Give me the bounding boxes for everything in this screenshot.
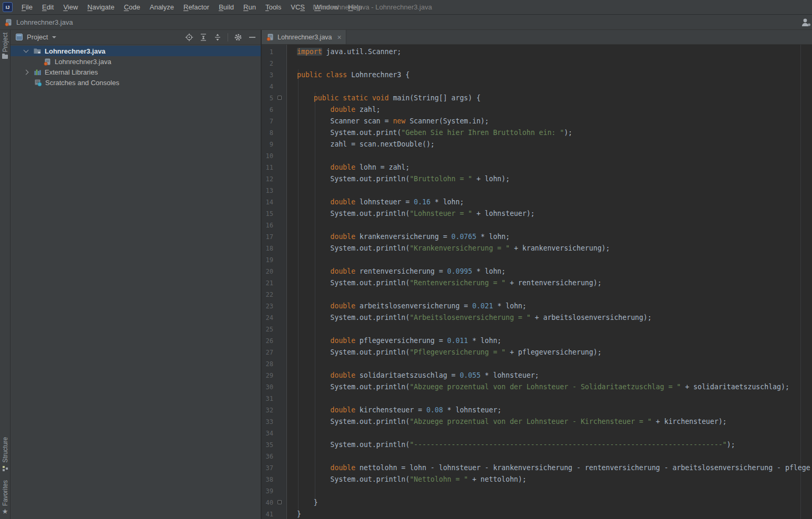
line-number[interactable]: 41 (262, 508, 273, 519)
code-line[interactable]: 25 (262, 324, 812, 335)
code-line[interactable]: 7 Scanner scan = new Scanner(System.in); (262, 116, 812, 127)
menu-navigate[interactable]: Navigate (83, 1, 119, 13)
code-line[interactable]: 10 (262, 150, 812, 162)
line-number[interactable]: 14 (262, 196, 273, 208)
code-line[interactable]: 38 System.out.println("Nettolohn = " + n… (262, 474, 812, 485)
line-number[interactable]: 19 (262, 254, 273, 266)
code-line[interactable]: 24 System.out.println("Arbeitslosenversi… (262, 312, 812, 324)
code-line[interactable]: 1import java.util.Scanner; (262, 46, 812, 58)
line-number[interactable]: 18 (262, 243, 273, 254)
code-line[interactable]: 20 double rentenversicherung = 0.0995 * … (262, 266, 812, 277)
line-number[interactable]: 5 (262, 92, 273, 104)
tree-row-external-libraries[interactable]: External Libraries (11, 67, 261, 77)
line-number[interactable]: 39 (262, 485, 273, 497)
line-number[interactable]: 12 (262, 173, 273, 185)
code-line[interactable]: 29 double solidaritaetszuschlag = 0.055 … (262, 370, 812, 381)
line-number[interactable]: 29 (262, 370, 273, 381)
line-number[interactable]: 40 (262, 497, 273, 508)
fold-marker-end[interactable] (277, 500, 282, 504)
line-number[interactable]: 4 (262, 81, 273, 92)
code-line[interactable]: 17 double krankenversicherung = 0.0765 *… (262, 231, 812, 243)
line-number[interactable]: 24 (262, 312, 273, 324)
line-number[interactable]: 37 (262, 462, 273, 474)
code-line[interactable]: 8 System.out.print("Geben Sie hier Ihren… (262, 127, 812, 139)
line-number[interactable]: 32 (262, 404, 273, 416)
code-line[interactable]: 19 (262, 254, 812, 266)
project-panel-title[interactable]: Project (27, 33, 48, 41)
tool-button-structure[interactable]: Structure (2, 437, 9, 472)
line-number[interactable]: 3 (262, 69, 273, 81)
menu-build[interactable]: Build (214, 1, 239, 13)
user-icon[interactable] (800, 18, 811, 27)
hide-panel-icon[interactable] (248, 33, 256, 41)
line-number[interactable]: 7 (262, 116, 273, 127)
line-number[interactable]: 23 (262, 300, 273, 312)
menu-analyze[interactable]: Analyze (145, 1, 179, 13)
tree-row-java-file[interactable]: Lohnrechner3.java (11, 56, 261, 67)
code-line[interactable]: 5 public static void main(String[] args)… (262, 92, 812, 104)
menu-refactor[interactable]: Refactor (179, 1, 214, 13)
close-icon[interactable]: × (337, 34, 342, 41)
menu-file[interactable]: File (17, 1, 37, 13)
line-number[interactable]: 28 (262, 358, 273, 370)
code-line[interactable]: 4 (262, 81, 812, 92)
code-line[interactable]: 34 (262, 428, 812, 439)
line-number[interactable]: 2 (262, 58, 273, 69)
menu-view[interactable]: View (58, 1, 83, 13)
code-line[interactable]: 28 (262, 358, 812, 370)
line-number[interactable]: 31 (262, 393, 273, 404)
expand-all-icon[interactable] (213, 33, 222, 41)
code-line[interactable]: 6 double zahl; (262, 104, 812, 116)
line-number[interactable]: 8 (262, 127, 273, 139)
line-number[interactable]: 17 (262, 231, 273, 243)
line-number[interactable]: 25 (262, 324, 273, 335)
menu-vcs[interactable]: VCS (286, 1, 310, 13)
tree-row-scratches[interactable]: Scratches and Consoles (11, 77, 261, 88)
menu-edit[interactable]: Edit (37, 1, 58, 13)
line-number[interactable]: 26 (262, 335, 273, 347)
code-line[interactable]: 30 System.out.println("Abzuege prozentua… (262, 381, 812, 393)
code-line[interactable]: 40 } (262, 497, 812, 508)
code-line[interactable]: 32 double kirchensteuer = 0.08 * lohnste… (262, 404, 812, 416)
code-line[interactable]: 23 double arbeitslosenversicherung = 0.0… (262, 300, 812, 312)
code-line[interactable]: 39 (262, 485, 812, 497)
tab-lohnrechner3[interactable]: Lohnrechner3.java × (262, 30, 346, 44)
line-number[interactable]: 16 (262, 220, 273, 231)
fold-marker-start[interactable] (277, 96, 282, 100)
code-line[interactable]: 31 (262, 393, 812, 404)
line-number[interactable]: 27 (262, 347, 273, 358)
chevron-down-icon[interactable] (52, 36, 56, 38)
tree-row-project-root[interactable]: Lohnrechner3.java (11, 46, 261, 56)
line-number[interactable]: 20 (262, 266, 273, 277)
line-number[interactable]: 11 (262, 162, 273, 173)
chevron-down-icon[interactable] (24, 48, 29, 53)
tool-button-favorites[interactable]: Favorites ★ (2, 480, 9, 515)
line-number[interactable]: 22 (262, 289, 273, 300)
tool-button-project[interactable]: Project (2, 33, 9, 59)
line-number[interactable]: 30 (262, 381, 273, 393)
line-number[interactable]: 34 (262, 428, 273, 439)
menu-run[interactable]: Run (239, 1, 261, 13)
code-line[interactable]: 36 (262, 451, 812, 462)
chevron-right-icon[interactable] (24, 69, 29, 75)
line-number[interactable]: 35 (262, 439, 273, 451)
code-line[interactable]: 14 double lohnsteuer = 0.16 * lohn; (262, 196, 812, 208)
menu-tools[interactable]: Tools (261, 1, 286, 13)
locate-file-icon[interactable] (185, 33, 193, 41)
line-number[interactable]: 13 (262, 185, 273, 196)
code-line[interactable]: 2 (262, 58, 812, 69)
code-line[interactable]: 12 System.out.println("Bruttolohn = " + … (262, 173, 812, 185)
menu-code[interactable]: Code (119, 1, 145, 13)
collapse-all-icon[interactable] (199, 33, 208, 41)
code-line[interactable]: 13 (262, 185, 812, 196)
line-number[interactable]: 1 (262, 46, 273, 58)
code-line[interactable]: 35 System.out.println("-----------------… (262, 439, 812, 451)
intellij-logo-icon[interactable]: IJ (3, 2, 13, 12)
code-line[interactable]: 26 double pflegeversicherung = 0.011 * l… (262, 335, 812, 347)
code-line[interactable]: 9 zahl = scan.nextDouble(); (262, 139, 812, 150)
code-line[interactable]: 18 System.out.println("Krankenversicheru… (262, 243, 812, 254)
line-number[interactable]: 38 (262, 474, 273, 485)
line-number[interactable]: 15 (262, 208, 273, 220)
code-line[interactable]: 41} (262, 508, 812, 519)
code-line[interactable]: 22 (262, 289, 812, 300)
